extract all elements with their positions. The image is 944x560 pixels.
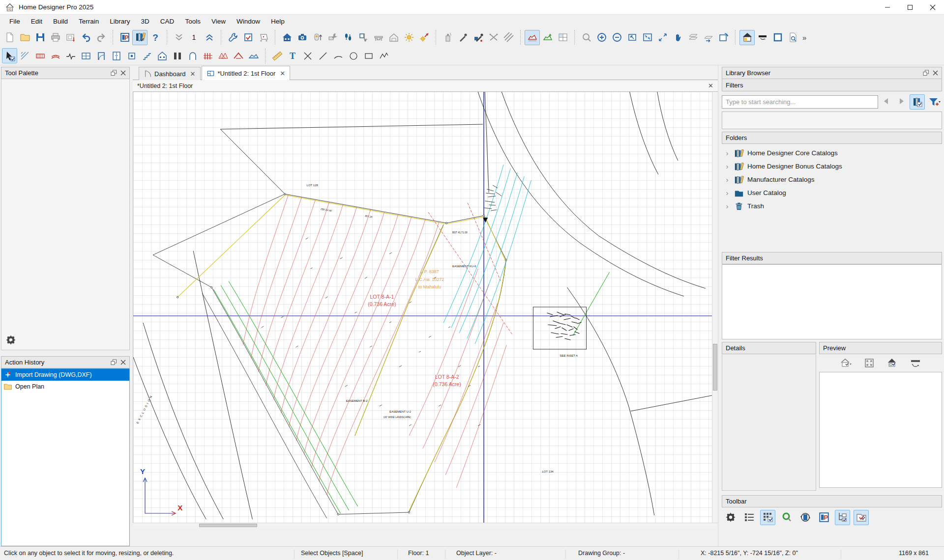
camera-view-button[interactable] xyxy=(279,30,295,45)
close-button[interactable] xyxy=(921,0,944,15)
menu-tools[interactable]: Tools xyxy=(179,16,206,27)
filter-results-list[interactable] xyxy=(722,264,942,339)
walkthrough-path-button[interactable] xyxy=(256,30,271,45)
adjust-lights-button[interactable] xyxy=(325,30,340,45)
help-button[interactable]: ? xyxy=(148,30,163,45)
color-on-off-button[interactable] xyxy=(739,30,755,45)
grid-view-button[interactable] xyxy=(760,510,775,525)
workbench-button[interactable] xyxy=(371,30,386,45)
fill-window-button[interactable] xyxy=(640,30,655,45)
open-file-button[interactable] xyxy=(17,30,32,45)
project-browser-button[interactable]: P xyxy=(117,30,132,45)
tree-item-manufacturer-catalogs[interactable]: › Manufacturer Catalogs xyxy=(724,173,942,186)
refresh-display-button[interactable] xyxy=(716,30,731,45)
new-file-button[interactable] xyxy=(2,30,17,45)
horizontal-scrollbar-thumb[interactable] xyxy=(199,524,257,527)
tree-view-button[interactable] xyxy=(835,510,850,525)
browse-library-button[interactable] xyxy=(910,94,925,110)
walk-path-button[interactable] xyxy=(340,30,355,45)
select-objects-button[interactable] xyxy=(2,48,17,63)
break-line-button[interactable] xyxy=(63,48,78,63)
vertical-scrollbar[interactable] xyxy=(712,92,718,523)
float-panel-icon[interactable] xyxy=(111,359,117,365)
doorbell-button[interactable] xyxy=(310,30,325,45)
action-history-item-open-plan[interactable]: Open Plan xyxy=(1,381,129,392)
stairs-button[interactable] xyxy=(139,48,154,63)
fence-button[interactable] xyxy=(200,48,215,63)
edit-layers-button[interactable] xyxy=(685,30,701,45)
expander-icon[interactable]: › xyxy=(724,175,731,184)
tab-close-icon[interactable]: ✕ xyxy=(190,70,196,78)
search-forward-button[interactable] xyxy=(895,98,908,106)
tab-close-icon[interactable]: ✕ xyxy=(280,70,285,77)
action-history-item-import[interactable]: Import Drawing (DWG,DXF) xyxy=(1,369,129,381)
terrain-button[interactable] xyxy=(246,48,261,63)
sunlight-button[interactable] xyxy=(401,30,416,45)
floor-down-button[interactable] xyxy=(171,30,186,45)
expander-icon[interactable]: › xyxy=(724,189,731,197)
picture-frame-button[interactable] xyxy=(770,30,785,45)
preview-house-toggle-button[interactable] xyxy=(885,356,900,371)
doorway-button[interactable] xyxy=(185,48,200,63)
project-browser-button[interactable]: P xyxy=(816,510,831,525)
close-panel-icon[interactable] xyxy=(120,70,126,76)
expander-icon[interactable]: › xyxy=(724,162,731,170)
zoom-in-button[interactable] xyxy=(594,30,609,45)
cad-lines-button[interactable] xyxy=(17,48,32,63)
tree-item-user-catalog[interactable]: › User Catalog xyxy=(724,186,942,199)
dimension-ruler-button[interactable] xyxy=(269,48,285,63)
delete-objects-button[interactable] xyxy=(486,30,501,45)
gable-roof-button[interactable] xyxy=(231,48,246,63)
print-button[interactable] xyxy=(48,30,63,45)
interior-door-button[interactable] xyxy=(170,48,185,63)
draw-polyline-button[interactable] xyxy=(376,48,391,63)
search-back-button[interactable] xyxy=(880,98,893,106)
adjust-sunlight-button[interactable] xyxy=(416,30,432,45)
vertical-scrollbar-thumb[interactable] xyxy=(713,344,717,391)
preview-style-button[interactable] xyxy=(838,356,854,371)
toolbar-overflow-button[interactable]: » xyxy=(802,33,806,42)
window-arrangement-button[interactable] xyxy=(555,30,570,45)
menu-cad[interactable]: CAD xyxy=(155,16,180,27)
folder-check-button[interactable] xyxy=(854,510,869,525)
preview-expand-button[interactable] xyxy=(861,356,877,371)
undo-button[interactable] xyxy=(78,30,93,45)
cabinet-button[interactable] xyxy=(109,48,124,63)
view-list-button[interactable] xyxy=(741,510,757,525)
palette-settings-button[interactable] xyxy=(4,333,17,348)
preview-rotate-button[interactable] xyxy=(908,356,923,371)
cross-marker-button[interactable] xyxy=(300,48,315,63)
tab-dashboard[interactable]: Dashboard ✕ xyxy=(139,67,201,80)
rotate-object-button[interactable] xyxy=(797,510,813,525)
zoom-button[interactable] xyxy=(579,30,594,45)
redo-button[interactable] xyxy=(93,30,109,45)
framing-button[interactable] xyxy=(386,30,401,45)
hatch-fill-button[interactable] xyxy=(501,30,516,45)
library-browser-button[interactable] xyxy=(132,30,148,45)
expander-icon[interactable]: › xyxy=(724,149,731,157)
undo-zoom-button[interactable] xyxy=(624,30,640,45)
roof-plane-button[interactable] xyxy=(215,48,231,63)
menu-build[interactable]: Build xyxy=(48,16,73,27)
add-filter-button[interactable] xyxy=(927,94,942,110)
layer-display-options-button[interactable] xyxy=(701,30,716,45)
material-eyedropper-button[interactable] xyxy=(471,30,486,45)
drawing-canvas[interactable]: LOT 8-A-1 (0.736 Acre) LOT 8-A-2 (0.736 … xyxy=(133,92,712,523)
text-button[interactable]: T xyxy=(285,48,300,63)
menu-help[interactable]: Help xyxy=(266,16,290,27)
view-close-icon[interactable]: ✕ xyxy=(708,82,713,89)
build-tools-button[interactable] xyxy=(225,30,240,45)
floor-up-button[interactable] xyxy=(202,30,217,45)
menu-terrain[interactable]: Terrain xyxy=(73,16,104,27)
maximize-button[interactable] xyxy=(899,0,921,15)
menu-edit[interactable]: Edit xyxy=(26,16,48,27)
menu-window[interactable]: Window xyxy=(231,16,266,27)
tree-item-bonus-catalogs[interactable]: › Home Designer Bonus Catalogs xyxy=(724,160,942,173)
float-panel-icon[interactable] xyxy=(111,70,117,76)
house-button[interactable] xyxy=(154,48,170,63)
draw-rectangle-button[interactable] xyxy=(361,48,376,63)
menu-view[interactable]: View xyxy=(206,16,231,27)
close-panel-icon[interactable] xyxy=(933,70,938,76)
save-button[interactable] xyxy=(32,30,48,45)
move-objects-button[interactable] xyxy=(355,30,371,45)
